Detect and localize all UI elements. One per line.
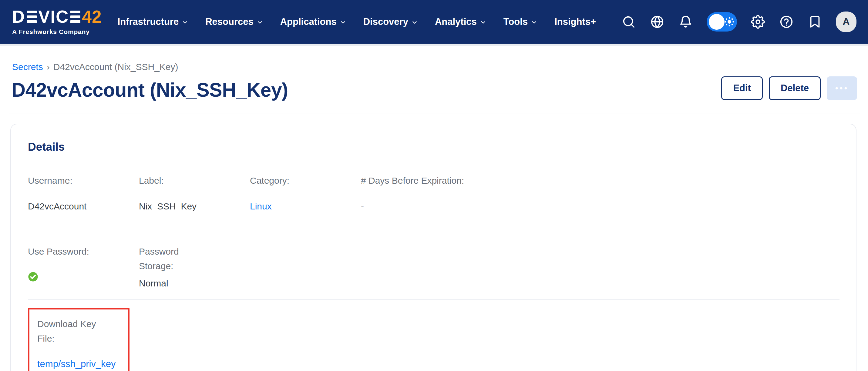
theme-toggle[interactable]	[707, 12, 737, 32]
category-link[interactable]: Linux	[250, 201, 272, 211]
details-card: Details Username: D42vcAccount Label: Ni…	[10, 124, 857, 371]
details-row-2: Use Password: Password Storage: Normal	[28, 244, 839, 289]
nav-item-applications[interactable]: Applications	[280, 16, 346, 27]
navbar-shadow-strip	[0, 44, 868, 46]
page-actions: Edit Delete •••	[721, 76, 857, 101]
main-nav: Infrastructure Resources Applications Di…	[118, 16, 596, 27]
download-key-file-link[interactable]: temp/ssh_priv_key	[37, 359, 116, 369]
nav-label: Infrastructure	[118, 16, 179, 27]
avatar-initial: A	[842, 16, 850, 28]
sun-icon	[724, 17, 735, 27]
breadcrumb: Secrets › D42vcAccount (Nix_SSH_Key)	[0, 46, 868, 72]
page-title: D42vcAccount (Nix_SSH_Key)	[11, 79, 288, 101]
field-label: Download Key File:	[37, 317, 107, 346]
settings-gear-icon[interactable]	[750, 14, 766, 29]
globe-icon[interactable]	[650, 14, 665, 29]
field-label: Use Password:	[28, 244, 139, 259]
nav-label: Resources	[205, 16, 253, 27]
device42-logo-mark: D VIC 42	[12, 8, 102, 26]
field-category: Category: Linux	[250, 173, 361, 211]
bookmark-icon[interactable]	[807, 14, 823, 29]
delete-button[interactable]: Delete	[769, 76, 821, 100]
breadcrumb-link-secrets[interactable]: Secrets	[12, 62, 43, 72]
navbar-icon-group: A	[621, 11, 857, 32]
device42-logo[interactable]: D VIC 42 A Freshworks Company	[12, 8, 102, 35]
chevron-down-icon	[411, 19, 418, 26]
logo-letter-d: D	[12, 8, 25, 26]
field-label: Label: Nix_SSH_Key	[139, 173, 250, 211]
breadcrumb-separator: ›	[47, 62, 50, 72]
nav-label: Discovery	[363, 16, 408, 27]
notifications-bell-icon[interactable]	[678, 14, 693, 29]
breadcrumb-current: D42vcAccount (Nix_SSH_Key)	[53, 62, 178, 72]
top-navbar: D VIC 42 A Freshworks Company Infrastruc…	[0, 0, 868, 44]
field-use-password: Use Password:	[28, 244, 139, 289]
user-avatar[interactable]: A	[836, 11, 857, 32]
title-divider	[9, 113, 860, 113]
field-label: Label:	[139, 173, 250, 188]
logo-letters-vic: VIC	[38, 8, 69, 26]
nav-item-analytics[interactable]: Analytics	[435, 16, 487, 27]
field-password-storage: Password Storage: Normal	[139, 244, 250, 289]
field-days-before-expiration: # Days Before Expiration: -	[361, 173, 839, 211]
edit-button[interactable]: Edit	[721, 76, 763, 100]
chevron-down-icon	[480, 19, 487, 26]
field-value: Nix_SSH_Key	[139, 201, 250, 211]
nav-label: Analytics	[435, 16, 477, 27]
more-actions-button[interactable]: •••	[827, 76, 857, 100]
logo-e-bars-icon	[27, 11, 37, 23]
nav-item-tools[interactable]: Tools	[503, 16, 537, 27]
toggle-knob	[709, 14, 724, 30]
field-value: D42vcAccount	[28, 201, 139, 211]
device42-app: D VIC 42 A Freshworks Company Infrastruc…	[0, 0, 868, 371]
details-heading: Details	[28, 141, 839, 154]
nav-item-discovery[interactable]: Discovery	[363, 16, 418, 27]
nav-item-resources[interactable]: Resources	[205, 16, 263, 27]
nav-label: Applications	[280, 16, 337, 27]
details-row-1: Username: D42vcAccount Label: Nix_SSH_Ke…	[28, 173, 839, 211]
search-icon[interactable]	[621, 14, 636, 29]
field-value: -	[361, 201, 839, 211]
logo-tagline: A Freshworks Company	[12, 28, 102, 35]
field-value: Normal	[139, 278, 250, 289]
nav-item-insights[interactable]: Insights+	[554, 16, 596, 27]
download-key-highlight-box: Download Key File: temp/ssh_priv_key	[28, 308, 129, 371]
nav-label: Tools	[503, 16, 528, 27]
logo-42: 42	[82, 8, 102, 26]
nav-label: Insights+	[554, 16, 596, 27]
field-label: Password Storage:	[139, 244, 199, 273]
logo-e-bars-icon	[70, 11, 81, 23]
section-divider	[28, 300, 839, 300]
field-username: Username: D42vcAccount	[28, 173, 139, 211]
section-divider	[28, 227, 839, 227]
check-circle-icon	[28, 272, 38, 282]
help-icon[interactable]	[779, 14, 794, 29]
chevron-down-icon	[182, 19, 188, 26]
page-header: D42vcAccount (Nix_SSH_Key) Edit Delete •…	[0, 72, 868, 101]
chevron-down-icon	[256, 19, 263, 26]
field-label: # Days Before Expiration:	[361, 173, 839, 188]
chevron-down-icon	[340, 19, 346, 26]
field-label: Category:	[250, 173, 361, 188]
field-label: Username:	[28, 173, 139, 188]
nav-item-infrastructure[interactable]: Infrastructure	[118, 16, 189, 27]
chevron-down-icon	[531, 19, 537, 26]
